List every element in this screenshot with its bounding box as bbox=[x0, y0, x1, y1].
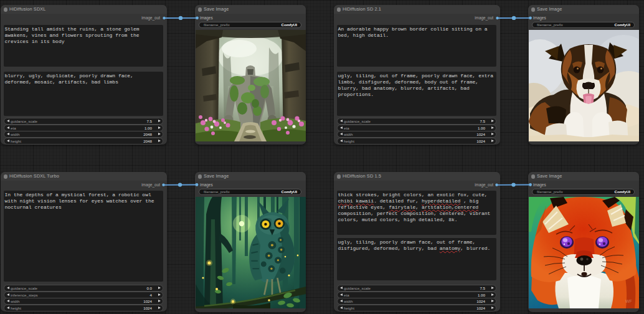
svg-text:WF: WF bbox=[625, 299, 632, 303]
